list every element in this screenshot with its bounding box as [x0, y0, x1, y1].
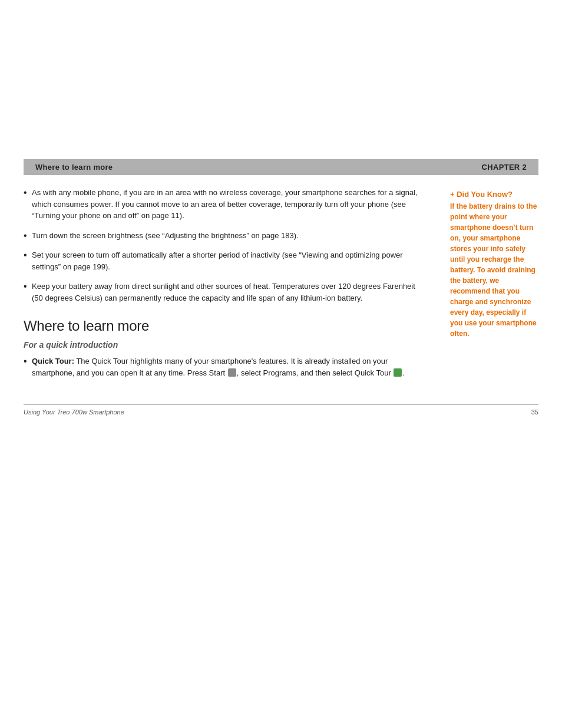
- footer: Using Your Treo 700w Smartphone 35: [24, 404, 538, 416]
- bullet-dot: •: [24, 282, 32, 291]
- bullet-text: Turn down the screen brightness (see “Ad…: [32, 230, 427, 242]
- left-col: • As with any mobile phone, if you are i…: [24, 187, 444, 387]
- bullet-dot: •: [24, 188, 32, 197]
- battery-tips-list: • As with any mobile phone, if you are i…: [24, 187, 427, 304]
- main-content: • As with any mobile phone, if you are i…: [24, 187, 538, 387]
- sidebar: + Did You Know? If the battery drains to…: [444, 187, 538, 387]
- list-item: • Quick Tour: The Quick Tour highlights …: [24, 355, 427, 378]
- sidebar-body-text: If the battery drains to the point where…: [450, 201, 538, 339]
- chapter-header-num: CHAPTER 2: [482, 163, 527, 172]
- bullet-text: Keep your battery away from direct sunli…: [32, 281, 427, 304]
- footer-left-text: Using Your Treo 700w Smartphone: [24, 409, 124, 416]
- start-icon: [228, 368, 236, 377]
- list-item: • Turn down the screen brightness (see “…: [24, 230, 427, 242]
- bullet-text: Set your screen to turn off automaticall…: [32, 249, 427, 272]
- bullet-body-text: The Quick Tour highlights many of your s…: [32, 357, 405, 377]
- sub-heading: For a quick introduction: [24, 340, 427, 350]
- list-item: • Keep your battery away from direct sun…: [24, 281, 427, 304]
- bullet-text: As with any mobile phone, if you are in …: [32, 187, 427, 222]
- footer-page-number: 35: [531, 409, 538, 416]
- chapter-header: Where to learn more CHAPTER 2: [24, 159, 538, 175]
- bullet-dot: •: [24, 251, 32, 260]
- intro-list: • Quick Tour: The Quick Tour highlights …: [24, 355, 427, 378]
- bullet-dot: •: [24, 357, 32, 366]
- chapter-header-title: Where to learn more: [35, 163, 113, 172]
- sidebar-plus-label: + Did You Know?: [450, 190, 538, 199]
- bullet-dot: •: [24, 231, 32, 241]
- top-space: [0, 0, 562, 159]
- section-heading: Where to learn more: [24, 318, 427, 334]
- bold-label: Quick Tour:: [32, 357, 74, 365]
- list-item: • Set your screen to turn off automatica…: [24, 249, 427, 272]
- quick-tour-icon: [394, 368, 402, 377]
- bullet-text: Quick Tour: The Quick Tour highlights ma…: [32, 355, 427, 378]
- list-item: • As with any mobile phone, if you are i…: [24, 187, 427, 222]
- page-wrapper: Where to learn more CHAPTER 2 • As with …: [0, 0, 562, 728]
